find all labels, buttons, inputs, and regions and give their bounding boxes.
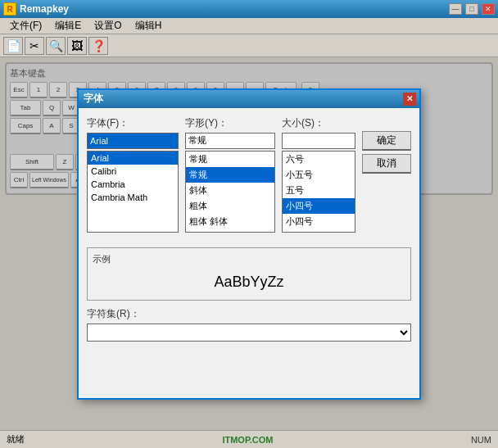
style-column: 字形(Y)： 常规 常规 斜体 粗体 粗体 斜体 [185,116,275,233]
preview-section: 示例 AaBbYyZz [87,247,411,301]
charset-section: 字符集(R)： [87,307,411,342]
font-item-cambria-math[interactable]: Cambria Math [88,191,178,204]
menu-file[interactable]: 文件(F) [3,17,48,34]
dialog-fields: 字体(F)： Arial Calibri Cambria Cambria Mat… [87,116,355,233]
style-item-regular2[interactable]: 常规 [186,167,274,183]
font-item-calibri[interactable]: Calibri [88,165,178,178]
font-column: 字体(F)： Arial Calibri Cambria Cambria Mat… [87,116,179,233]
size-list[interactable]: 六号 小五号 五号 小四号 小四号 小五号 小六号 小七号 八号 [282,151,355,233]
ok-button[interactable]: 确定 [362,131,411,151]
size-input[interactable] [282,133,355,149]
size-item-x5b[interactable]: 小五号 [283,229,355,233]
toolbar: 📄 ✂ 🔍 🖼 ❓ [0,34,498,57]
style-item-bold-italic[interactable]: 粗体 斜体 [186,214,274,229]
window-title: Remapkey [20,3,446,15]
menu-bar: 文件(F) 编辑E 设置O 编辑H [0,18,498,34]
main-area: 基本键盘 Esc 1 2 3 4 5 6 7 8 9 0 - = Back 9 … [0,57,498,430]
status-numlock: NUM [471,435,491,445]
charset-select[interactable] [87,324,411,342]
charset-label: 字符集(R)： [87,307,411,321]
dialog-action-buttons: 确定 取消 [362,131,411,241]
menu-edit[interactable]: 编辑E [48,17,88,34]
app-icon: R [3,2,16,16]
title-bar: R Remapkey — □ ✕ [0,0,498,18]
minimize-button[interactable]: — [449,3,462,15]
dialog-title-bar: 字体 ✕ [79,90,419,108]
dialog-close-button[interactable]: ✕ [403,93,416,106]
maximize-button[interactable]: □ [465,3,478,15]
new-button[interactable]: 📄 [3,37,23,55]
menu-settings[interactable]: 设置O [88,17,128,34]
style-input[interactable] [185,133,275,149]
cancel-button[interactable]: 取消 [362,154,411,174]
size-column: 大小(S)： 六号 小五号 五号 小四号 小四号 小五号 小六号 小七号 [282,116,355,233]
size-field-label: 大小(S)： [282,116,355,130]
size-item-x4[interactable]: 小四号 [283,198,355,214]
preview-label: 示例 [93,253,405,265]
font-item-cambria[interactable]: Cambria [88,178,178,191]
font-dialog: 字体 ✕ 字体(F)： Arial Calibri Cambria [77,88,421,400]
style-field-label: 字形(Y)： [185,116,275,130]
size-item-5[interactable]: 五号 [283,183,355,198]
style-item-bold[interactable]: 粗体 [186,198,274,214]
status-brand: ITMOP.COM [222,435,273,445]
dialog-overlay: 字体 ✕ 字体(F)： Arial Calibri Cambria [0,57,498,430]
dialog-title-text: 字体 [84,92,103,106]
cut-button[interactable]: ✂ [25,37,44,55]
status-text: 就绪 [7,433,25,446]
search-button[interactable]: 🔍 [46,37,66,55]
help-button[interactable]: ❓ [88,37,108,55]
close-button[interactable]: ✕ [482,3,495,15]
font-list[interactable]: Arial Calibri Cambria Cambria Math [87,151,179,233]
menu-edith[interactable]: 编辑H [129,17,169,34]
style-list[interactable]: 常规 常规 斜体 粗体 粗体 斜体 [185,151,275,233]
font-item-arial[interactable]: Arial [88,152,178,165]
font-input[interactable] [87,133,179,149]
style-item-regular[interactable]: 常规 [186,152,274,167]
style-item-italic[interactable]: 斜体 [186,183,274,198]
status-bar: 就绪 ITMOP.COM NUM [0,430,498,448]
size-item-x5[interactable]: 小五号 [283,167,355,183]
preview-text: AaBbYyZz [93,270,405,295]
image-button[interactable]: 🖼 [67,37,87,55]
size-item-6[interactable]: 六号 [283,152,355,167]
dialog-body: 字体(F)： Arial Calibri Cambria Cambria Mat… [79,108,419,350]
size-item-x4b[interactable]: 小四号 [283,214,355,229]
font-field-label: 字体(F)： [87,116,179,130]
